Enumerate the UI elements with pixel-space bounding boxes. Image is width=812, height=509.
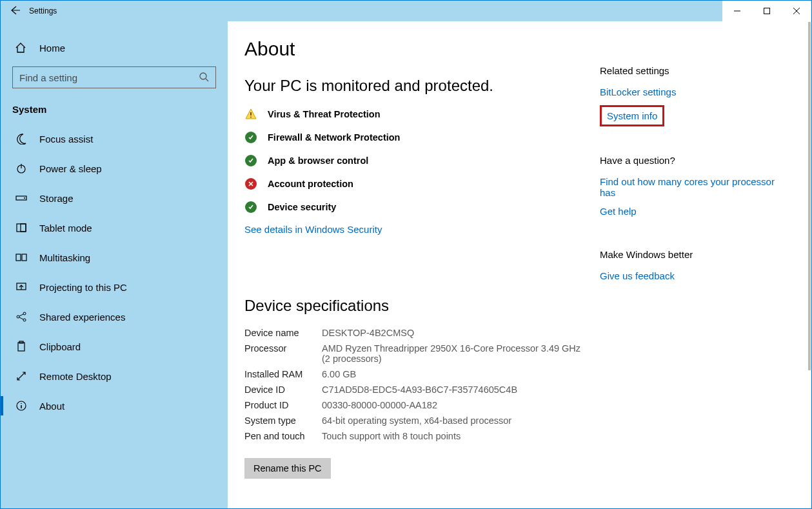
spec-value: C71AD5D8-EDC5-4A93-B6C7-F35774605C4B <box>322 384 587 395</box>
minimize-button[interactable] <box>722 1 752 21</box>
spec-value: 00330-80000-00000-AA182 <box>322 400 587 410</box>
link-system-info[interactable]: System info <box>607 110 657 121</box>
status-icon <box>244 201 257 214</box>
spec-heading: Device specifications <box>244 297 587 315</box>
tablet-icon <box>15 222 28 234</box>
link-bitlocker[interactable]: BitLocker settings <box>600 86 676 97</box>
spec-label: Product ID <box>244 400 322 410</box>
rename-pc-button[interactable]: Rename this PC <box>244 458 331 479</box>
svg-point-10 <box>17 315 19 318</box>
link-feedback[interactable]: Give us feedback <box>600 270 675 281</box>
titlebar: Settings <box>1 1 811 21</box>
feedback-heading: Make Windows better <box>600 249 787 260</box>
protection-label: Account protection <box>268 179 353 189</box>
info-icon <box>15 400 28 412</box>
spec-label: Device ID <box>244 384 322 395</box>
nav-label: About <box>39 401 64 412</box>
spec-value: 64-bit operating system, x64-based proce… <box>322 415 587 426</box>
protection-heading: Your PC is monitored and protected. <box>244 77 587 95</box>
search-icon <box>199 72 209 84</box>
close-button[interactable] <box>782 1 811 21</box>
back-icon[interactable] <box>10 5 20 17</box>
sidebar-item-projecting[interactable]: Projecting to this PC <box>1 272 228 302</box>
sidebar-item-clipboard[interactable]: Clipboard <box>1 332 228 361</box>
nav-label: Storage <box>39 193 74 204</box>
shared-icon <box>15 311 28 323</box>
storage-icon <box>15 192 28 204</box>
spec-label: Processor <box>244 343 322 364</box>
sidebar-item-power-sleep[interactable]: Power & sleep <box>1 154 228 183</box>
spec-value: DESKTOP-4B2CMSQ <box>322 328 587 338</box>
svg-point-11 <box>23 312 26 315</box>
sidebar-category: System <box>1 100 228 124</box>
spec-row: Device IDC71AD5D8-EDC5-4A93-B6C7-F357746… <box>244 384 587 395</box>
remote-icon <box>15 370 28 382</box>
highlight-box: System info <box>600 105 664 126</box>
protection-row: Virus & Threat Protection <box>244 108 587 121</box>
sidebar-item-shared-experiences[interactable]: Shared experiences <box>1 302 228 332</box>
sidebar: Home System Focus assist Power & sleep <box>1 21 228 508</box>
nav-label: Tablet mode <box>39 223 92 234</box>
related-heading: Related settings <box>600 65 787 76</box>
svg-rect-5 <box>17 224 26 232</box>
main-content: About Your PC is monitored and protected… <box>228 21 811 508</box>
sidebar-item-tablet-mode[interactable]: Tablet mode <box>1 213 228 243</box>
sidebar-item-home[interactable]: Home <box>1 35 228 60</box>
nav-label: Projecting to this PC <box>39 282 127 293</box>
sidebar-item-about[interactable]: About <box>1 391 228 421</box>
maximize-button[interactable] <box>752 1 782 21</box>
search-input[interactable] <box>12 66 216 88</box>
protection-row: App & browser control <box>244 154 587 167</box>
svg-rect-0 <box>764 8 770 14</box>
spec-row: Pen and touchTouch support with 8 touch … <box>244 431 587 441</box>
status-icon <box>244 177 257 190</box>
power-icon <box>15 163 28 174</box>
page-title: About <box>244 38 587 60</box>
spec-row: System type64-bit operating system, x64-… <box>244 415 587 426</box>
svg-point-1 <box>200 73 206 79</box>
spec-row: ProcessorAMD Ryzen Threadripper 2950X 16… <box>244 343 587 364</box>
status-icon <box>244 154 257 167</box>
nav-label: Clipboard <box>39 341 81 352</box>
sidebar-item-focus-assist[interactable]: Focus assist <box>1 124 228 154</box>
multitasking-icon <box>15 252 28 263</box>
protection-row: Account protection <box>244 177 587 190</box>
scrollbar[interactable] <box>808 22 811 508</box>
spec-label: Installed RAM <box>244 369 322 379</box>
spec-row: Installed RAM6.00 GB <box>244 369 587 379</box>
svg-rect-13 <box>18 343 25 351</box>
spec-label: System type <box>244 415 322 426</box>
sidebar-item-storage[interactable]: Storage <box>1 183 228 213</box>
nav-label: Shared experiences <box>39 312 125 323</box>
svg-point-4 <box>24 197 25 199</box>
nav-label: Focus assist <box>39 134 93 145</box>
home-label: Home <box>39 43 65 54</box>
spec-label: Device name <box>244 328 322 338</box>
clipboard-icon <box>15 341 28 352</box>
projecting-icon <box>15 281 28 293</box>
svg-point-16 <box>250 117 252 118</box>
protection-row: Firewall & Network Protection <box>244 131 587 144</box>
sidebar-item-multitasking[interactable]: Multitasking <box>1 243 228 272</box>
sidebar-item-remote-desktop[interactable]: Remote Desktop <box>1 361 228 391</box>
status-icon <box>244 108 257 121</box>
status-icon <box>244 131 257 144</box>
window-title: Settings <box>29 6 57 15</box>
home-icon <box>15 42 26 54</box>
spec-value: 6.00 GB <box>322 369 587 379</box>
link-get-help[interactable]: Get help <box>600 206 637 217</box>
security-details-link[interactable]: See details in Windows Security <box>244 224 382 235</box>
spec-row: Product ID00330-80000-00000-AA182 <box>244 400 587 410</box>
svg-rect-8 <box>22 254 26 261</box>
protection-label: Virus & Threat Protection <box>268 109 381 119</box>
nav-label: Multitasking <box>39 252 90 263</box>
nav-label: Remote Desktop <box>39 371 112 382</box>
spec-value: Touch support with 8 touch points <box>322 431 587 441</box>
svg-rect-7 <box>16 254 21 261</box>
svg-rect-6 <box>21 224 26 232</box>
nav-label: Power & sleep <box>39 163 102 174</box>
link-cores[interactable]: Find out how many cores your processor h… <box>600 176 787 198</box>
protection-label: Device security <box>268 202 336 212</box>
question-heading: Have a question? <box>600 155 787 166</box>
protection-label: App & browser control <box>268 155 368 166</box>
